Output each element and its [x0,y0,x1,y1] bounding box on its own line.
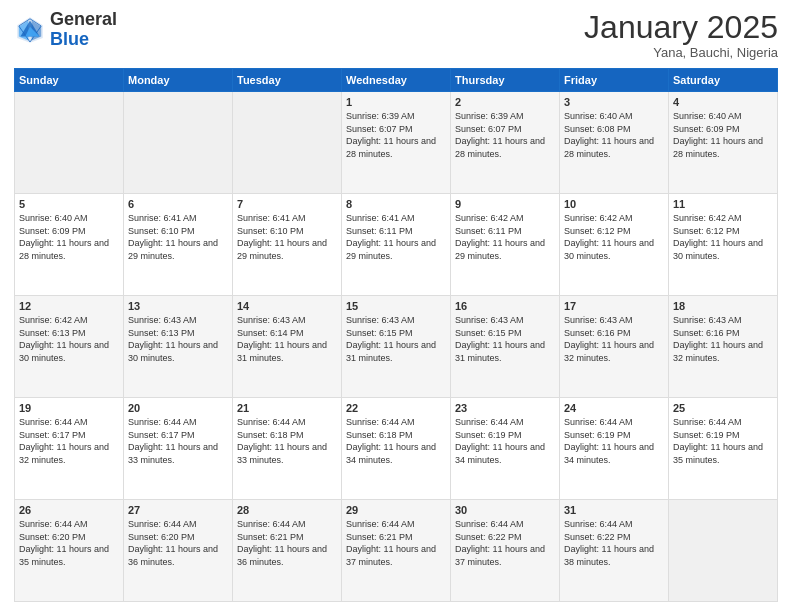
day-number: 28 [237,504,337,516]
day-number: 27 [128,504,228,516]
calendar-header-row: SundayMondayTuesdayWednesdayThursdayFrid… [15,69,778,92]
day-info: Sunrise: 6:43 AM Sunset: 6:13 PM Dayligh… [128,314,228,364]
day-cell-2: 2Sunrise: 6:39 AM Sunset: 6:07 PM Daylig… [451,92,560,194]
logo-general: General Blue [50,10,117,50]
page: General Blue January 2025 Yana, Bauchi, … [0,0,792,612]
day-cell-28: 28Sunrise: 6:44 AM Sunset: 6:21 PM Dayli… [233,500,342,602]
calendar: SundayMondayTuesdayWednesdayThursdayFrid… [14,68,778,602]
day-cell-23: 23Sunrise: 6:44 AM Sunset: 6:19 PM Dayli… [451,398,560,500]
day-number: 5 [19,198,119,210]
day-cell-27: 27Sunrise: 6:44 AM Sunset: 6:20 PM Dayli… [124,500,233,602]
day-info: Sunrise: 6:44 AM Sunset: 6:19 PM Dayligh… [455,416,555,466]
day-cell-5: 5Sunrise: 6:40 AM Sunset: 6:09 PM Daylig… [15,194,124,296]
col-header-wednesday: Wednesday [342,69,451,92]
day-number: 3 [564,96,664,108]
day-number: 10 [564,198,664,210]
day-cell-21: 21Sunrise: 6:44 AM Sunset: 6:18 PM Dayli… [233,398,342,500]
col-header-tuesday: Tuesday [233,69,342,92]
day-info: Sunrise: 6:44 AM Sunset: 6:18 PM Dayligh… [237,416,337,466]
day-number: 21 [237,402,337,414]
day-number: 17 [564,300,664,312]
location: Yana, Bauchi, Nigeria [584,45,778,60]
day-cell-19: 19Sunrise: 6:44 AM Sunset: 6:17 PM Dayli… [15,398,124,500]
week-row-5: 26Sunrise: 6:44 AM Sunset: 6:20 PM Dayli… [15,500,778,602]
day-cell-11: 11Sunrise: 6:42 AM Sunset: 6:12 PM Dayli… [669,194,778,296]
day-cell-10: 10Sunrise: 6:42 AM Sunset: 6:12 PM Dayli… [560,194,669,296]
day-number: 25 [673,402,773,414]
day-cell-24: 24Sunrise: 6:44 AM Sunset: 6:19 PM Dayli… [560,398,669,500]
col-header-monday: Monday [124,69,233,92]
day-info: Sunrise: 6:39 AM Sunset: 6:07 PM Dayligh… [455,110,555,160]
day-cell-20: 20Sunrise: 6:44 AM Sunset: 6:17 PM Dayli… [124,398,233,500]
day-number: 19 [19,402,119,414]
day-cell-17: 17Sunrise: 6:43 AM Sunset: 6:16 PM Dayli… [560,296,669,398]
day-number: 2 [455,96,555,108]
day-info: Sunrise: 6:44 AM Sunset: 6:21 PM Dayligh… [237,518,337,568]
day-info: Sunrise: 6:43 AM Sunset: 6:16 PM Dayligh… [673,314,773,364]
day-cell-25: 25Sunrise: 6:44 AM Sunset: 6:19 PM Dayli… [669,398,778,500]
day-info: Sunrise: 6:44 AM Sunset: 6:19 PM Dayligh… [673,416,773,466]
day-cell-4: 4Sunrise: 6:40 AM Sunset: 6:09 PM Daylig… [669,92,778,194]
day-info: Sunrise: 6:40 AM Sunset: 6:09 PM Dayligh… [673,110,773,160]
day-number: 31 [564,504,664,516]
day-cell-31: 31Sunrise: 6:44 AM Sunset: 6:22 PM Dayli… [560,500,669,602]
title-section: January 2025 Yana, Bauchi, Nigeria [584,10,778,60]
day-number: 30 [455,504,555,516]
col-header-thursday: Thursday [451,69,560,92]
col-header-saturday: Saturday [669,69,778,92]
day-info: Sunrise: 6:40 AM Sunset: 6:08 PM Dayligh… [564,110,664,160]
day-number: 18 [673,300,773,312]
header: General Blue January 2025 Yana, Bauchi, … [14,10,778,60]
day-cell-7: 7Sunrise: 6:41 AM Sunset: 6:10 PM Daylig… [233,194,342,296]
day-cell-30: 30Sunrise: 6:44 AM Sunset: 6:22 PM Dayli… [451,500,560,602]
col-header-sunday: Sunday [15,69,124,92]
day-info: Sunrise: 6:41 AM Sunset: 6:10 PM Dayligh… [128,212,228,262]
day-number: 24 [564,402,664,414]
day-cell-16: 16Sunrise: 6:43 AM Sunset: 6:15 PM Dayli… [451,296,560,398]
day-number: 16 [455,300,555,312]
col-header-friday: Friday [560,69,669,92]
day-number: 6 [128,198,228,210]
day-cell-12: 12Sunrise: 6:42 AM Sunset: 6:13 PM Dayli… [15,296,124,398]
day-cell-14: 14Sunrise: 6:43 AM Sunset: 6:14 PM Dayli… [233,296,342,398]
day-info: Sunrise: 6:41 AM Sunset: 6:11 PM Dayligh… [346,212,446,262]
day-cell-26: 26Sunrise: 6:44 AM Sunset: 6:20 PM Dayli… [15,500,124,602]
logo-icon [14,14,46,46]
day-cell-1: 1Sunrise: 6:39 AM Sunset: 6:07 PM Daylig… [342,92,451,194]
day-number: 1 [346,96,446,108]
day-info: Sunrise: 6:43 AM Sunset: 6:15 PM Dayligh… [346,314,446,364]
day-number: 13 [128,300,228,312]
day-number: 20 [128,402,228,414]
day-info: Sunrise: 6:42 AM Sunset: 6:13 PM Dayligh… [19,314,119,364]
day-info: Sunrise: 6:42 AM Sunset: 6:12 PM Dayligh… [673,212,773,262]
empty-cell [233,92,342,194]
day-info: Sunrise: 6:42 AM Sunset: 6:11 PM Dayligh… [455,212,555,262]
day-info: Sunrise: 6:44 AM Sunset: 6:21 PM Dayligh… [346,518,446,568]
day-info: Sunrise: 6:43 AM Sunset: 6:16 PM Dayligh… [564,314,664,364]
day-number: 9 [455,198,555,210]
empty-cell [124,92,233,194]
day-info: Sunrise: 6:44 AM Sunset: 6:20 PM Dayligh… [19,518,119,568]
day-info: Sunrise: 6:44 AM Sunset: 6:17 PM Dayligh… [128,416,228,466]
day-info: Sunrise: 6:44 AM Sunset: 6:19 PM Dayligh… [564,416,664,466]
day-cell-18: 18Sunrise: 6:43 AM Sunset: 6:16 PM Dayli… [669,296,778,398]
day-number: 11 [673,198,773,210]
day-number: 8 [346,198,446,210]
day-info: Sunrise: 6:44 AM Sunset: 6:20 PM Dayligh… [128,518,228,568]
day-cell-22: 22Sunrise: 6:44 AM Sunset: 6:18 PM Dayli… [342,398,451,500]
day-number: 22 [346,402,446,414]
week-row-4: 19Sunrise: 6:44 AM Sunset: 6:17 PM Dayli… [15,398,778,500]
day-info: Sunrise: 6:44 AM Sunset: 6:22 PM Dayligh… [455,518,555,568]
day-number: 26 [19,504,119,516]
month-title: January 2025 [584,10,778,45]
logo-text: General Blue [50,10,117,50]
day-cell-15: 15Sunrise: 6:43 AM Sunset: 6:15 PM Dayli… [342,296,451,398]
day-info: Sunrise: 6:40 AM Sunset: 6:09 PM Dayligh… [19,212,119,262]
day-number: 4 [673,96,773,108]
day-info: Sunrise: 6:42 AM Sunset: 6:12 PM Dayligh… [564,212,664,262]
day-cell-9: 9Sunrise: 6:42 AM Sunset: 6:11 PM Daylig… [451,194,560,296]
day-cell-8: 8Sunrise: 6:41 AM Sunset: 6:11 PM Daylig… [342,194,451,296]
week-row-1: 1Sunrise: 6:39 AM Sunset: 6:07 PM Daylig… [15,92,778,194]
day-info: Sunrise: 6:43 AM Sunset: 6:14 PM Dayligh… [237,314,337,364]
day-number: 29 [346,504,446,516]
